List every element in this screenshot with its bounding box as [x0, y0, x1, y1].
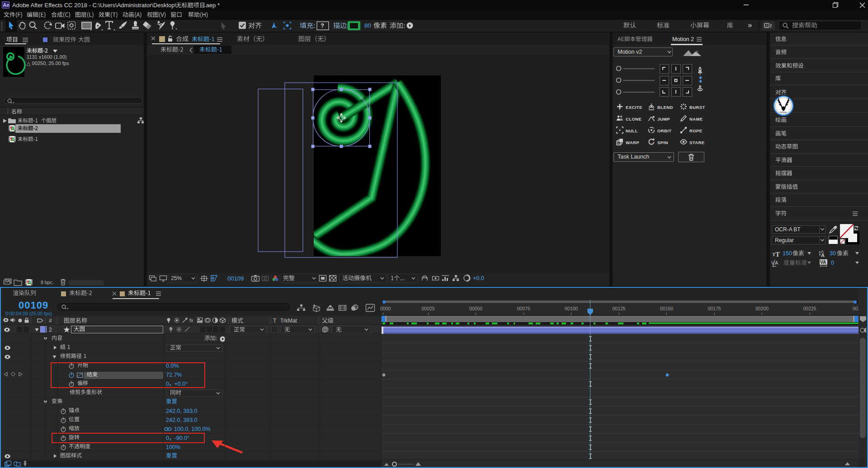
svg-text:T: T [775, 251, 780, 258]
svg-text:A: A [821, 253, 825, 258]
svg-text:VA: VA [820, 260, 826, 265]
svg-text:A: A [775, 260, 778, 266]
